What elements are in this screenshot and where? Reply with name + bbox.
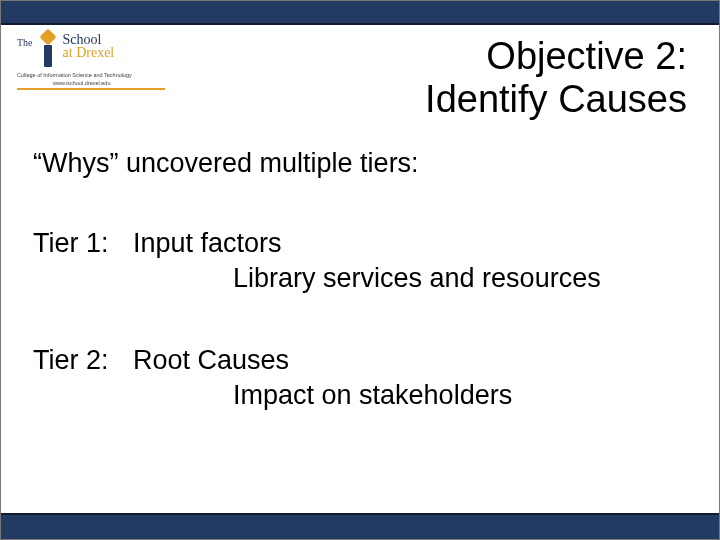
tier-2-first: Root Causes [133, 344, 687, 376]
body-content: “Whys” uncovered multiple tiers: Tier 1:… [33, 147, 687, 461]
tier-2-row: Tier 2: Root Causes [33, 344, 687, 376]
top-bar [1, 1, 719, 25]
tier-2-group: Tier 2: Root Causes Impact on stakeholde… [33, 344, 687, 411]
slide: The School at Drexel College of Informat… [0, 0, 720, 540]
logo-the-text: The [17, 33, 33, 48]
logo-url: www.ischool.drexel.edu [53, 80, 177, 86]
logo-subline: College of Information Science and Techn… [17, 72, 177, 78]
slide-title: Objective 2: Identify Causes [425, 35, 687, 120]
tier-1-first: Input factors [133, 227, 687, 259]
tier-2-label: Tier 2: [33, 344, 133, 376]
tier-1-label: Tier 1: [33, 227, 133, 259]
logo-wordmark: School at Drexel [63, 33, 115, 60]
tier-1-group: Tier 1: Input factors Library services a… [33, 227, 687, 294]
tier-1-row: Tier 1: Input factors [33, 227, 687, 259]
tier-2-second: Impact on stakeholders [233, 379, 687, 411]
logo-row: The School at Drexel [17, 33, 177, 69]
logo-underline [17, 88, 165, 90]
title-line-2: Identify Causes [425, 78, 687, 121]
logo-drexel-text: at Drexel [63, 46, 115, 60]
intro-line: “Whys” uncovered multiple tiers: [33, 147, 687, 179]
bottom-bar [1, 513, 719, 539]
logo-block: The School at Drexel College of Informat… [17, 33, 177, 90]
logo-i-icon [37, 33, 59, 69]
title-line-1: Objective 2: [425, 35, 687, 78]
tier-1-second: Library services and resources [233, 262, 687, 294]
